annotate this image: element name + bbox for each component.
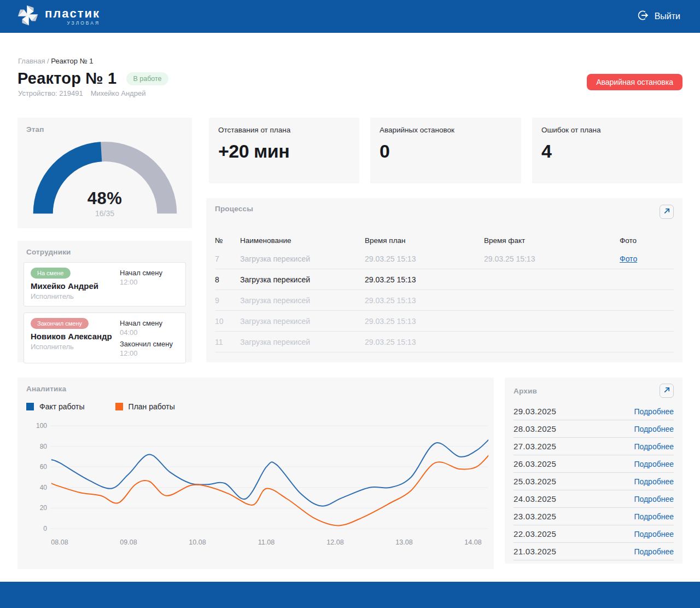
employees-list: На сменеМихейко АндрейИсполнительНачал с… <box>24 262 186 363</box>
process-plan-time: 29.03.25 15:13 <box>365 254 484 263</box>
process-plan-time: 29.03.25 15:13 <box>365 338 484 346</box>
brand-logo: пластик УЗЛОВАЯ <box>16 4 100 29</box>
fact-line-series <box>51 438 488 506</box>
employee-name: Новиков Александр <box>31 332 120 341</box>
processes-table-header: №НаименованиеВремя планВремя фактФото <box>215 232 674 248</box>
stat-card-emergency-stops: Аварийных остановок 0 <box>370 118 521 183</box>
archive-details-link[interactable]: Подробнее <box>634 442 674 451</box>
archive-details-link[interactable]: Подробнее <box>634 407 674 416</box>
status-badge: В работе <box>126 72 168 85</box>
stat-label: Отставания от плана <box>218 126 350 134</box>
processes-table-body: 7Загрузка перекисей29.03.25 15:1329.03.2… <box>215 248 674 352</box>
page: пластик УЗЛОВАЯ Выйти Главная / Реактор … <box>0 0 700 608</box>
table-row: 10Загрузка перекисей29.03.25 15:13 <box>215 311 674 332</box>
analytics-line-chart: 02040608010008.0809.0810.0811.0812.0813.… <box>26 418 488 552</box>
archive-date: 22.03.2025 <box>514 529 556 538</box>
archive-details-link[interactable]: Подробнее <box>634 477 674 486</box>
x-tick-label: 13.08 <box>395 538 412 546</box>
stat-card-delay: Отставания от плана +20 мин <box>209 118 359 183</box>
process-name: Загрузка перекисей <box>240 296 365 305</box>
chart-legend: Факт работыПлан работы <box>26 402 485 411</box>
archive-row: 28.03.2025Подробнее <box>514 420 674 438</box>
x-tick-label: 14.08 <box>464 538 481 546</box>
x-tick-label: 08.08 <box>51 538 68 546</box>
table-row: 9Загрузка перекисей29.03.25 15:13 <box>215 290 674 311</box>
stat-value: 4 <box>541 141 673 162</box>
stage-card-title: Этап <box>26 125 183 134</box>
y-tick-label: 100 <box>36 422 47 430</box>
stage-percent: 48% <box>31 189 179 209</box>
shift-status-badge: На смене <box>31 268 71 279</box>
stage-gauge: 48% 16/35 <box>31 137 179 221</box>
stage-card: Этап 48% 16/35 <box>18 118 192 228</box>
archive-details-link[interactable]: Подробнее <box>634 547 674 556</box>
stat-card-errors: Ошибок от плана 4 <box>532 118 682 183</box>
employee-info: Закончил сменуНовиков АлександрИсполните… <box>31 318 120 357</box>
device-id: Устройство: 219491 <box>18 89 83 97</box>
archive-details-link[interactable]: Подробнее <box>634 530 674 538</box>
legend-label: Факт работы <box>39 402 85 411</box>
logout-arrow-icon <box>637 9 649 24</box>
x-tick-label: 11.08 <box>258 538 275 546</box>
legend-label: План работы <box>129 402 175 411</box>
archive-details-link[interactable]: Подробнее <box>634 495 674 503</box>
stat-label: Аварийных остановок <box>380 126 512 134</box>
stat-label: Ошибок от плана <box>541 126 673 134</box>
x-tick-label: 09.08 <box>120 538 137 546</box>
processes-panel: Процессы №НаименованиеВремя планВремя фа… <box>206 198 682 362</box>
y-tick-label: 20 <box>40 504 48 512</box>
legend-item: Факт работы <box>26 402 85 411</box>
breadcrumb-home[interactable]: Главная <box>18 57 45 65</box>
archive-row: 27.03.2025Подробнее <box>514 438 674 455</box>
process-num: 11 <box>215 338 240 346</box>
breadcrumb-current: Реактор № 1 <box>51 57 93 65</box>
employee-info: На сменеМихейко АндрейИсполнитель <box>31 268 120 300</box>
table-row: 8Загрузка перекисей29.03.25 15:13 <box>215 269 674 290</box>
process-num: 9 <box>215 296 240 305</box>
archive-row: 25.03.2025Подробнее <box>514 473 674 490</box>
archive-date: 21.03.2025 <box>514 547 556 556</box>
shift-time-label: Начал смену <box>120 319 179 327</box>
column-header: № <box>215 236 240 245</box>
shift-status-badge: Закончил смену <box>31 318 89 329</box>
processes-expand-button[interactable] <box>660 205 674 219</box>
process-plan-time: 29.03.25 15:13 <box>365 317 484 326</box>
expand-diagonal-arrow-icon <box>663 207 671 217</box>
photo-link[interactable]: Фото <box>620 254 637 263</box>
process-name: Загрузка перекисей <box>240 275 365 284</box>
column-header: Фото <box>620 236 674 245</box>
archive-date: 24.03.2025 <box>514 494 556 503</box>
archive-date: 26.03.2025 <box>514 459 556 468</box>
process-fact-time: 29.03.25 15:13 <box>484 254 620 263</box>
employee-role: Исполнитель <box>31 343 120 351</box>
page-subtitle: Устройство: 219491 Михейко Андрей <box>18 89 145 97</box>
process-plan-time: 29.03.25 15:13 <box>365 275 484 284</box>
brand-name: пластик <box>45 8 100 20</box>
archive-details-link[interactable]: Подробнее <box>634 460 674 468</box>
archive-details-link[interactable]: Подробнее <box>634 425 674 433</box>
logout-button[interactable]: Выйти <box>637 9 680 24</box>
archive-date: 25.03.2025 <box>514 477 556 486</box>
archive-details-link[interactable]: Подробнее <box>634 512 674 521</box>
process-plan-time: 29.03.25 15:13 <box>365 296 484 305</box>
archive-expand-button[interactable] <box>660 384 674 398</box>
archive-panel: Архив 29.03.2025Подробнее28.03.2025Подро… <box>505 378 682 564</box>
emergency-stop-button[interactable]: Аварийная остановка <box>587 74 682 90</box>
breadcrumb: Главная / Реактор № 1 <box>18 57 93 65</box>
top-navbar: пластик УЗЛОВАЯ Выйти <box>0 0 700 33</box>
employee-card: Закончил сменуНовиков АлександрИсполните… <box>24 312 186 363</box>
employee-role: Исполнитель <box>31 292 120 300</box>
employees-title: Сотрудники <box>24 248 186 256</box>
analytics-title: Аналитика <box>26 385 485 393</box>
x-tick-label: 12.08 <box>326 538 343 546</box>
expand-diagonal-arrow-icon <box>663 386 671 396</box>
shift-time-value: 12:00 <box>120 349 179 357</box>
employee-shift-times: Начал смену12:00 <box>120 268 179 300</box>
process-num: 10 <box>215 317 240 326</box>
archive-title: Архив <box>514 387 537 395</box>
archive-list: 29.03.2025Подробнее28.03.2025Подробнее27… <box>514 403 674 560</box>
shift-time-value: 12:00 <box>120 278 179 286</box>
y-tick-label: 40 <box>40 484 48 491</box>
brand-subname: УЗЛОВАЯ <box>45 21 100 26</box>
legend-item: План работы <box>115 402 175 411</box>
